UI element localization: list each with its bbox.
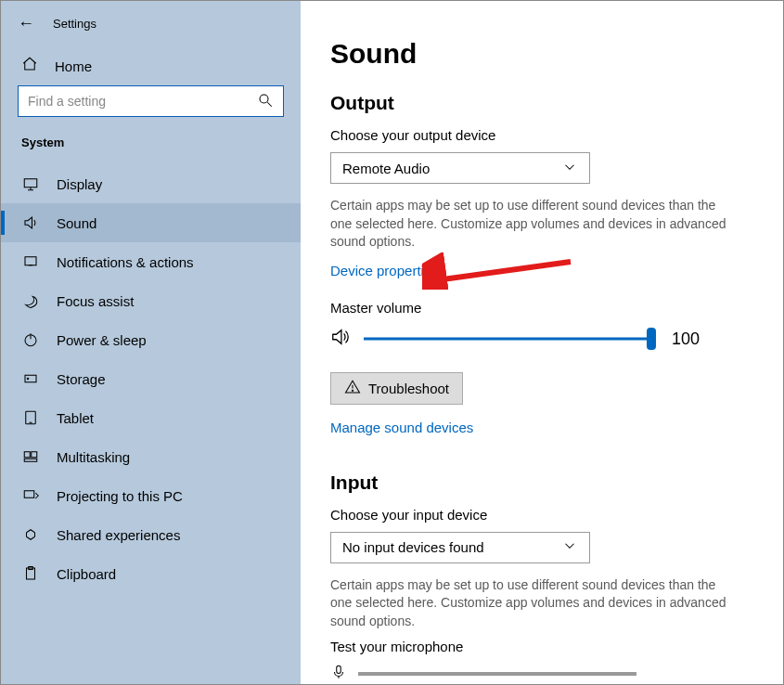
sidebar-item-label: Sound — [57, 215, 96, 231]
device-properties-link[interactable]: Device properties — [330, 263, 439, 278]
svg-point-5 — [27, 378, 29, 380]
sidebar-item-tablet[interactable]: Tablet — [1, 398, 301, 437]
mic-level-meter — [358, 672, 636, 676]
sidebar-home[interactable]: Home — [1, 43, 301, 85]
sidebar-item-notifications[interactable]: Notifications & actions — [1, 242, 301, 281]
shared-icon — [21, 526, 40, 543]
troubleshoot-button[interactable]: Troubleshoot — [330, 372, 463, 405]
svg-rect-7 — [24, 452, 30, 458]
sidebar-item-label: Multitasking — [57, 449, 130, 465]
app-title: Settings — [53, 17, 96, 31]
output-device-select[interactable]: Remote Audio — [330, 152, 590, 184]
sound-icon — [21, 214, 40, 231]
microphone-icon — [330, 664, 347, 684]
sidebar-item-label: Focus assist — [57, 293, 134, 309]
sidebar: ← Settings Home System Display — [1, 1, 301, 684]
sidebar-item-display[interactable]: Display — [1, 164, 301, 203]
sidebar-item-storage[interactable]: Storage — [1, 359, 301, 398]
chevron-down-icon — [561, 159, 578, 178]
master-volume-slider[interactable] — [364, 330, 651, 348]
sidebar-item-label: Display — [57, 176, 102, 192]
mic-test-row — [330, 664, 748, 684]
page-title: Sound — [330, 38, 748, 70]
home-icon — [21, 56, 38, 76]
output-device-value: Remote Audio — [342, 161, 430, 176]
speaker-icon[interactable] — [330, 327, 351, 352]
sidebar-item-power[interactable]: Power & sleep — [1, 320, 301, 359]
input-device-select[interactable]: No input devices found — [330, 532, 590, 563]
notifications-icon — [21, 253, 40, 270]
sidebar-item-label: Tablet — [57, 410, 94, 426]
sidebar-item-projecting[interactable]: Projecting to this PC — [1, 476, 301, 515]
focus-assist-icon — [21, 292, 40, 309]
svg-rect-10 — [24, 491, 34, 498]
display-icon — [21, 175, 40, 192]
slider-thumb[interactable] — [647, 328, 656, 350]
sidebar-item-sound[interactable]: Sound — [1, 203, 301, 242]
sidebar-header: ← Settings — [1, 1, 301, 43]
master-volume-label: Master volume — [330, 300, 748, 316]
warning-icon — [344, 379, 361, 398]
svg-point-13 — [352, 390, 353, 391]
slider-fill — [364, 338, 651, 341]
sidebar-item-label: Shared experiences — [57, 527, 180, 543]
svg-rect-2 — [25, 257, 36, 265]
troubleshoot-label: Troubleshoot — [368, 381, 449, 396]
search-icon — [257, 92, 274, 111]
sidebar-item-shared[interactable]: Shared experiences — [1, 515, 301, 554]
svg-rect-9 — [24, 459, 37, 461]
settings-window: ← Settings Home System Display — [0, 0, 784, 685]
tablet-icon — [21, 409, 40, 426]
sidebar-item-multitasking[interactable]: Multitasking — [1, 437, 301, 476]
sidebar-item-label: Storage — [57, 371, 106, 387]
chevron-down-icon — [561, 537, 578, 557]
sidebar-group-label: System — [1, 130, 301, 164]
sidebar-item-label: Notifications & actions — [57, 254, 194, 270]
svg-rect-14 — [337, 666, 341, 673]
sidebar-item-clipboard[interactable]: Clipboard — [1, 554, 301, 593]
svg-rect-8 — [32, 452, 37, 458]
search-row — [1, 85, 301, 130]
search-field[interactable] — [28, 94, 257, 109]
input-device-value: No input devices found — [342, 539, 484, 555]
test-mic-label: Test your microphone — [330, 639, 748, 654]
sidebar-item-label: Power & sleep — [57, 332, 147, 348]
home-label: Home — [55, 58, 92, 74]
manage-sound-devices-link[interactable]: Manage sound devices — [330, 420, 473, 435]
svg-point-0 — [260, 95, 268, 103]
input-choose-label: Choose your input device — [330, 507, 748, 523]
power-icon — [21, 331, 40, 348]
sidebar-item-label: Projecting to this PC — [57, 488, 183, 504]
multitasking-icon — [21, 448, 40, 465]
content-area: Sound Output Choose your output device R… — [301, 1, 783, 684]
sidebar-item-focus-assist[interactable]: Focus assist — [1, 281, 301, 320]
output-help-text: Certain apps may be set up to use differ… — [330, 197, 739, 252]
back-arrow-icon[interactable]: ← — [18, 14, 34, 33]
input-help-text: Certain apps may be set up to use differ… — [330, 576, 739, 631]
input-heading: Input — [330, 472, 748, 494]
output-heading: Output — [330, 92, 748, 114]
master-volume-value: 100 — [672, 330, 700, 349]
output-choose-label: Choose your output device — [330, 127, 748, 143]
clipboard-icon — [21, 565, 40, 582]
storage-icon — [21, 370, 40, 387]
sidebar-nav: Display Sound Notifications & actions Fo… — [1, 164, 301, 593]
sidebar-item-label: Clipboard — [57, 566, 116, 582]
projecting-icon — [21, 487, 40, 504]
search-input[interactable] — [18, 85, 284, 117]
master-volume-row: 100 — [330, 327, 748, 352]
svg-rect-1 — [24, 179, 37, 187]
